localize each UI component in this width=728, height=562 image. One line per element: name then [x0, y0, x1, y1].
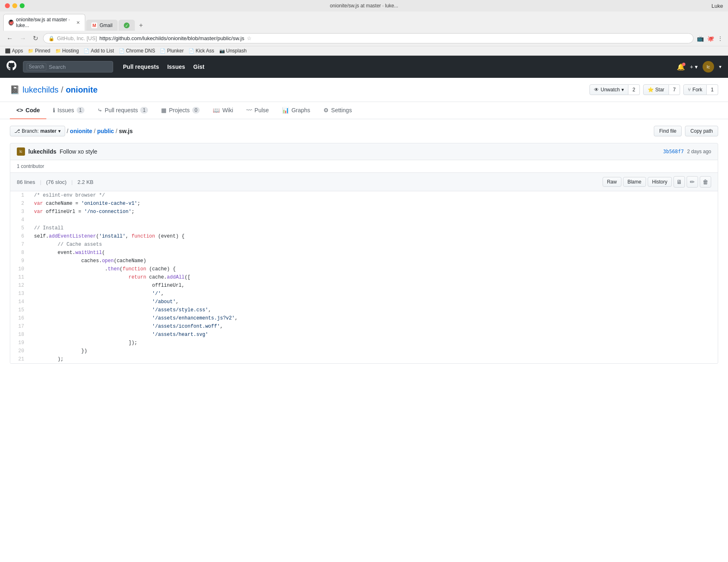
tab-close-button[interactable]: ✕ [76, 20, 80, 25]
line-number[interactable]: 17 [10, 322, 31, 331]
line-code [31, 216, 718, 224]
commit-author-name[interactable]: lukechilds [28, 148, 56, 155]
close-button[interactable] [5, 3, 10, 8]
path-folder[interactable]: public [97, 128, 114, 134]
line-code: .then(function (cache) { [31, 265, 718, 273]
path-sep-3: / [116, 128, 117, 134]
star-count[interactable]: 7 [669, 84, 680, 95]
nav-issues[interactable]: Issues [167, 63, 185, 70]
gh-extensions-button[interactable]: 🐙 [707, 35, 714, 42]
window-controls[interactable] [5, 3, 25, 8]
line-number[interactable]: 18 [10, 331, 31, 339]
unwatch-count[interactable]: 2 [628, 84, 640, 95]
tab-pulse-label: Pulse [255, 107, 269, 113]
code-line: 15 '/assets/style.css', [10, 306, 718, 314]
line-code: }) [31, 347, 718, 355]
line-number[interactable]: 14 [10, 298, 31, 306]
tab-projects[interactable]: ▦ Projects 0 [155, 102, 206, 119]
maximize-button[interactable] [20, 3, 25, 8]
repo-actions: 👁 Unwatch ▾ 2 ⭐ Star 7 ⑂ Fork 1 [589, 84, 718, 95]
tab-pulls[interactable]: ⤷ Pull requests 1 [91, 102, 155, 119]
star-button[interactable]: ⭐ Star [643, 84, 669, 95]
address-input[interactable]: 🔒 GitHub, Inc. [US] https://github.com/l… [43, 33, 694, 43]
commit-author-avatar[interactable]: lc [17, 147, 25, 156]
line-number[interactable]: 10 [10, 265, 31, 273]
tab-green[interactable]: ✓ [118, 20, 135, 31]
line-number[interactable]: 20 [10, 347, 31, 355]
bookmark-hosting[interactable]: 📁 Hosting [55, 48, 79, 54]
cast-button[interactable]: 📺 [697, 35, 704, 42]
user-avatar[interactable]: lc [703, 61, 714, 73]
bookmark-kickass[interactable]: 📄 Kick Ass [189, 48, 214, 54]
bookmark-plunker[interactable]: 📄 Plunker [160, 48, 184, 54]
bookmark-pinned[interactable]: 📁 Pinned [28, 48, 50, 54]
menu-button[interactable]: ⋮ [717, 35, 723, 42]
tab-code[interactable]: <> Code [10, 102, 46, 119]
line-number[interactable]: 4 [10, 216, 31, 224]
commit-sha[interactable]: 3b568f7 [663, 149, 684, 154]
line-number[interactable]: 11 [10, 273, 31, 281]
line-number[interactable]: 12 [10, 281, 31, 290]
line-number[interactable]: 9 [10, 257, 31, 265]
edit-button[interactable]: ✏ [687, 176, 698, 188]
copy-path-button[interactable]: Copy path [685, 126, 718, 136]
meta-sep-2: | [71, 179, 73, 185]
line-number[interactable]: 5 [10, 224, 31, 232]
reload-button[interactable]: ↻ [31, 34, 40, 43]
tab-active[interactable]: 🐙 onionite/sw.js at master · luke... ✕ [3, 14, 85, 31]
line-number[interactable]: 15 [10, 306, 31, 314]
unwatch-button[interactable]: 👁 Unwatch ▾ [589, 84, 628, 95]
line-number[interactable]: 21 [10, 355, 31, 363]
file-nav-buttons: Find file Copy path [654, 126, 718, 136]
repo-name-link[interactable]: onionite [66, 85, 98, 95]
bookmark-icon[interactable]: ☆ [247, 35, 252, 41]
gh-search[interactable]: Search Search [23, 61, 113, 73]
line-code: self.addEventListener('install', functio… [31, 232, 718, 240]
desktop-button[interactable]: 🖥 [673, 176, 685, 188]
notification-bell[interactable]: 🔔 [677, 63, 685, 71]
create-button[interactable]: + ▾ [690, 63, 698, 70]
raw-button[interactable]: Raw [603, 177, 621, 187]
branch-selector[interactable]: ⎇ Branch: master ▾ [10, 126, 65, 136]
new-tab-button[interactable]: + [136, 20, 146, 31]
find-file-button[interactable]: Find file [654, 126, 682, 136]
path-repo[interactable]: onionite [70, 128, 92, 134]
line-number[interactable]: 6 [10, 232, 31, 240]
path-filename: sw.js [119, 128, 133, 134]
tab-gmail-label: Gmail [100, 23, 112, 28]
delete-button[interactable]: 🗑 [700, 176, 711, 188]
line-number[interactable]: 1 [10, 191, 31, 199]
gh-header-right: 🔔 + ▾ lc ▾ [677, 61, 721, 73]
fork-button[interactable]: ⑂ Fork [683, 84, 707, 95]
line-number[interactable]: 7 [10, 240, 31, 249]
tab-issues[interactable]: ℹ Issues 1 [46, 102, 91, 119]
nav-gist[interactable]: Gist [193, 63, 205, 70]
tab-pulse[interactable]: 〰 Pulse [240, 102, 275, 119]
nav-pullrequests[interactable]: Pull requests [123, 63, 159, 70]
repo-owner-link[interactable]: lukechilds [23, 85, 59, 95]
line-number[interactable]: 13 [10, 290, 31, 298]
bookmark-chromedns[interactable]: 📄 Chrome DNS [119, 48, 155, 54]
gh-logo[interactable] [7, 61, 16, 73]
history-button[interactable]: History [648, 177, 672, 187]
gh-nav: Pull requests Issues Gist [123, 63, 205, 70]
fork-count[interactable]: 1 [707, 84, 718, 95]
tab-wiki[interactable]: 📖 Wiki [206, 102, 239, 119]
tab-graphs[interactable]: 📊 Graphs [275, 102, 317, 119]
bookmark-unsplash[interactable]: 📷 Unsplash [219, 48, 247, 54]
line-number[interactable]: 3 [10, 208, 31, 216]
code-line: 5 // Install [10, 224, 718, 232]
minimize-button[interactable] [12, 3, 17, 8]
tab-gmail[interactable]: M Gmail [86, 20, 118, 31]
line-number[interactable]: 19 [10, 339, 31, 347]
line-number[interactable]: 2 [10, 199, 31, 208]
line-number[interactable]: 16 [10, 314, 31, 322]
avatar-chevron[interactable]: ▾ [719, 64, 721, 70]
bookmark-apps[interactable]: ⬛ Apps [5, 48, 23, 54]
tab-settings[interactable]: ⚙ Settings [317, 102, 359, 119]
blame-button[interactable]: Blame [623, 177, 646, 187]
line-number[interactable]: 8 [10, 249, 31, 257]
bookmark-addtolist[interactable]: 📄 Add to List [84, 48, 114, 54]
forward-button[interactable]: → [18, 34, 28, 43]
back-button[interactable]: ← [5, 34, 15, 43]
